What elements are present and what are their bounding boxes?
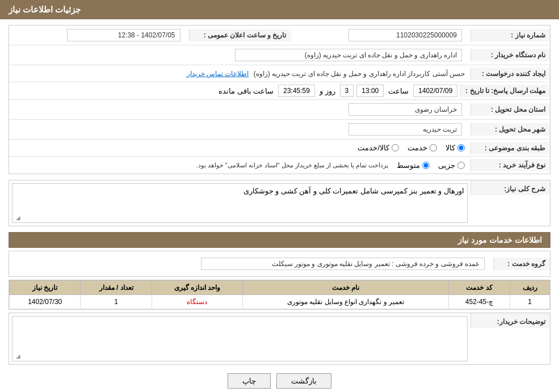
ijadKonande-row: ایجاد کننده درخواست : حسن آستی کاربرداز … <box>9 65 550 82</box>
naveFarayand-radio-group: جزیی متوسط پرداخت تمام یا بخشی از مبلغ خ… <box>9 159 470 172</box>
tabaghe-radio-group: کالا خدمت کالا/خدمت <box>352 141 470 154</box>
cell-kodKhedmat: چ-45-452 <box>449 295 510 309</box>
shomareNiaz-box: 1102030225000009 <box>348 29 462 41</box>
cell-radif: 1 <box>510 295 550 309</box>
khadamat-section-title: اطلاعات خدمات مورد نیاز <box>9 232 550 248</box>
tabaghe-label: طبقه بندی موضوعی : <box>470 142 550 154</box>
groheKhedmat-value: عمده فروشی و خرده فروشی : تعمیر وسایل نق… <box>9 254 493 273</box>
namDastgah-box: اداره راهداری و حمل و نقل جاده ای تربت ح… <box>235 49 462 61</box>
mohlat-row: مهلت ارسال پاسخ: تا تاریخ : 1402/07/09 س… <box>9 82 550 100</box>
namDastgah-row: نام دستگاه خریدار : اداره راهداری و حمل … <box>9 45 550 65</box>
tozihat-section: توضیحات خریدار: ◢ <box>9 313 550 365</box>
ijadKonande-label: ایجاد کننده درخواست : <box>470 68 550 80</box>
taarikhoSaatAlan-value: 1402/07/05 - 12:38 <box>9 26 189 45</box>
table-row: 1 چ-45-452 تعمیر و نگهداری انواع وسایل ن… <box>10 295 550 309</box>
shahr-value: تربت حیدریه <box>9 120 470 139</box>
radio-kala-khedmat-label: کالا/خدمت <box>358 144 389 152</box>
radio-khedmat-input[interactable] <box>430 144 437 151</box>
cell-tedad: 1 <box>81 295 152 309</box>
groheKhedmat-label: گروه خدمت : <box>493 258 550 270</box>
namDastgah-label: نام دستگاه خریدار : <box>470 49 550 61</box>
radio-motavaset[interactable]: متوسط <box>397 161 430 170</box>
tozihat-box: ◢ <box>12 316 468 361</box>
shahr-row: شهر محل تحویل : تربت حیدریه <box>9 120 550 140</box>
ostan-label: استان محل تحویل : <box>470 103 550 116</box>
radio-motavaset-input[interactable] <box>422 162 430 169</box>
groheKhedmat-row: گروه خدمت : عمده فروشی و خرده فروشی : تع… <box>9 251 550 277</box>
col-namKhedmat: نام خدمت <box>243 281 449 295</box>
tabaghe-row: طبقه بندی موضوعی : کالا خدمت کالا/خدمت <box>9 140 550 157</box>
col-vahed: واحد اندازه گیری <box>152 281 243 295</box>
back-button[interactable]: بازگشت <box>276 373 331 389</box>
rooz-label: روز و <box>320 87 335 95</box>
sharhKoli-text: اورهال و تعمیر بنز کمپرسی شامل تعمیرات ک… <box>243 187 464 195</box>
radio-khedmat[interactable]: خدمت <box>407 144 437 152</box>
services-table: ردیف کد خدمت نام خدمت واحد اندازه گیری ت… <box>9 280 550 309</box>
col-kodKhedmat: کد خدمت <box>449 281 510 295</box>
radio-jozi[interactable]: جزیی <box>438 161 465 170</box>
sharhKoli-section: شرح کلی نیاز: اورهال و تعمیر بنز کمپرسی … <box>9 180 550 226</box>
naveFarayand-row: نوع فرآیند خرید : جزیی متوسط پرداخت تمام… <box>9 157 550 174</box>
radio-kala-input[interactable] <box>457 144 465 151</box>
shomareNiaz-value: 1102030225000009 <box>291 26 471 45</box>
radio-kala-label: کالا <box>445 144 455 152</box>
sharhKoli-label: شرح کلی نیاز: <box>470 180 550 195</box>
table-header-row: ردیف کد خدمت نام خدمت واحد اندازه گیری ت… <box>10 281 550 295</box>
datetime-container: 1402/07/09 ساعت 13:00 3 روز و 23:45:59 س… <box>9 82 460 99</box>
ostan-box: خراسان رضوی <box>348 103 462 116</box>
time-label: ساعت <box>388 87 409 95</box>
shomareNiaz-label: شماره نیاز : <box>470 29 550 41</box>
radio-jozi-label: جزیی <box>438 161 455 170</box>
col-tedad: تعداد / مقدار <box>81 281 152 295</box>
shahr-label: شهر محل تحویل : <box>470 123 550 136</box>
ostan-row: استان محل تحویل : خراسان رضوی <box>9 100 550 120</box>
buttons-row: بازگشت چاپ <box>9 373 550 389</box>
page-header: جزئیات اطلاعات نیاز <box>0 0 559 19</box>
shomareNiaz-row: شماره نیاز : 1102030225000009 تاریخ و سا… <box>9 26 550 45</box>
cell-vahed: دستگاه <box>152 295 243 309</box>
ijadKonande-text: حسن آستی کاربرداز اداره راهداری و حمل و … <box>254 70 465 78</box>
tozihat-label: توضیحات خریدار: <box>470 313 550 328</box>
page-title: جزئیات اطلاعات نیاز <box>9 5 81 14</box>
sharhKoli-value: اورهال و تعمیر بنز کمپرسی شامل تعمیرات ک… <box>9 180 470 226</box>
radio-kala-khedmat[interactable]: کالا/خدمت <box>358 144 399 152</box>
taarikhoSaatAlan-box: 1402/07/05 - 12:38 <box>67 29 180 41</box>
baghimande-box: 23:45:59 <box>278 85 315 97</box>
radio-motavaset-label: متوسط <box>397 161 420 170</box>
cell-tarikh: 1402/07/30 <box>10 295 81 309</box>
radio-khedmat-label: خدمت <box>407 144 427 152</box>
radio-kala-khedmat-input[interactable] <box>392 144 399 151</box>
ostan-value: خراسان رضوی <box>9 100 470 119</box>
namDastgah-value: اداره راهداری و حمل و نقل جاده ای تربت ح… <box>9 45 470 65</box>
naveFarayand-note: پرداخت تمام یا بخشی از مبلغ خریداز محل "… <box>196 162 388 169</box>
resize-handle: ◢ <box>14 214 20 221</box>
services-table-wrapper: ردیف کد خدمت نام خدمت واحد اندازه گیری ت… <box>9 280 550 310</box>
rooz-value-box: 3 <box>340 85 354 97</box>
cell-namKhedmat: تعمیر و نگهداری انواع وسایل نقلیه موتوری <box>243 295 449 309</box>
mohlat-label: مهلت ارسال پاسخ: تا تاریخ : <box>460 85 550 97</box>
date-box: 1402/07/09 <box>413 85 457 97</box>
baghimande-label: ساعت باقی مانده <box>218 87 274 95</box>
naveFarayand-label: نوع فرآیند خرید : <box>470 159 550 171</box>
radio-kala[interactable]: کالا <box>445 144 465 152</box>
print-button[interactable]: چاپ <box>228 373 271 389</box>
time-box: 13:00 <box>356 85 384 97</box>
col-radif: ردیف <box>510 281 550 295</box>
radio-jozi-input[interactable] <box>457 162 465 169</box>
taarikhoSaatAlan-label: تاریخ و ساعت اعلان عمومی : <box>189 29 291 41</box>
ijadKonande-value: حسن آستی کاربرداز اداره راهداری و حمل و … <box>9 68 470 80</box>
ijadKonande-link[interactable]: اطلاعات تماس خریدار <box>187 70 249 78</box>
main-info-section: شماره نیاز : 1102030225000009 تاریخ و سا… <box>9 25 550 174</box>
tozihat-value-wrapper: ◢ <box>9 313 470 364</box>
shahr-box: تربت حیدریه <box>348 123 462 136</box>
groheKhedmat-box: عمده فروشی و خرده فروشی : تعمیر وسایل نق… <box>201 258 485 270</box>
tozihat-resize-handle: ◢ <box>14 353 20 360</box>
sharhKoli-box: اورهال و تعمیر بنز کمپرسی شامل تعمیرات ک… <box>12 183 468 223</box>
table-body: 1 چ-45-452 تعمیر و نگهداری انواع وسایل ن… <box>10 295 550 309</box>
col-tarikh: تاریخ نیاز <box>10 281 81 295</box>
